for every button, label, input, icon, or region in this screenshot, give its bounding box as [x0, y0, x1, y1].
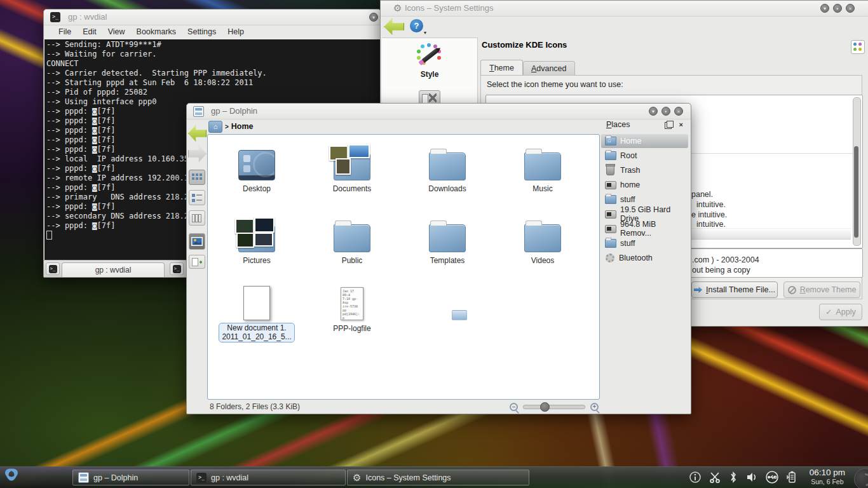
file-item-music[interactable]: Music — [501, 140, 584, 193]
gear-icon: ⚙ — [393, 3, 402, 14]
file-item-videos[interactable]: Videos — [501, 212, 584, 265]
menu-item[interactable]: Edit — [77, 27, 102, 37]
minimize-button[interactable]: ▾ — [369, 13, 378, 22]
places-item-stuff[interactable]: stuff — [601, 193, 688, 207]
tab-advanced[interactable]: Advanced — [523, 61, 575, 76]
apply-button[interactable]: ✓ Apply — [819, 304, 862, 320]
breadcrumb-home[interactable]: Home — [231, 122, 254, 131]
syssettings-titlebar[interactable]: ⚙ Icons – System Settings ▾ ▪ × — [381, 1, 868, 17]
battery-icon[interactable] — [786, 470, 797, 484]
zoom-out-icon[interactable]: – — [510, 403, 518, 411]
menu-item[interactable]: File — [53, 27, 77, 37]
menu-item[interactable]: Settings — [182, 27, 222, 37]
style-icon — [417, 43, 442, 67]
blank-file-icon — [243, 286, 270, 320]
check-icon: ✓ — [825, 308, 832, 316]
task-button-dolphin[interactable]: gp – Dolphin — [72, 470, 189, 485]
scrollbar-thumb[interactable] — [854, 146, 858, 238]
close-panel-icon[interactable]: × — [679, 121, 683, 128]
places-item-label: Trash — [620, 166, 641, 175]
konsole-titlebar[interactable]: >_ gp : wvdial ▾ ▪ × — [44, 10, 381, 25]
maximize-button[interactable]: ▪ — [661, 107, 670, 116]
file-item-documents[interactable]: Documents — [311, 140, 393, 193]
remove-theme-button[interactable]: Remove Theme — [783, 281, 860, 298]
install-theme-file-label: Install Theme File... — [706, 285, 775, 294]
clock-date: Sun, 6 Feb — [810, 477, 845, 486]
file-item-pictures[interactable]: Pictures — [215, 212, 298, 265]
file-item-ppp-logfile[interactable]: Jan 17 09:4 7:18 gp-Asp ire-5738 pp pd[1… — [311, 278, 393, 333]
chevron-down-icon[interactable]: ▾ — [424, 30, 426, 36]
file-item-templates[interactable]: Templates — [406, 212, 489, 265]
places-item-bluetooth[interactable]: Bluetooth — [601, 251, 688, 265]
volume-icon[interactable] — [745, 471, 758, 484]
places-item-home[interactable]: ⌂ Home — [601, 134, 688, 148]
usb-device-icon[interactable] — [765, 470, 779, 484]
menu-item[interactable]: View — [102, 27, 131, 37]
home-folder-icon[interactable]: ⌂ — [208, 121, 222, 133]
panel-toolbox-cashew-icon[interactable] — [854, 468, 868, 488]
dolphin-app-icon — [193, 106, 204, 117]
columns-view-button[interactable] — [189, 210, 205, 226]
breadcrumb: ⌂ > Home — [208, 120, 254, 133]
dolphin-titlebar[interactable]: gp – Dolphin ▾ ▪ × — [187, 104, 691, 119]
maximize-button[interactable]: ▪ — [833, 4, 842, 13]
theme-list-text-fragment: intuitive. — [696, 200, 726, 209]
places-item-hard-drive[interactable]: 19.5 GiB Hard Drive — [601, 207, 688, 221]
forward-button[interactable] — [188, 146, 207, 162]
app-launcher-icon[interactable] — [2, 468, 21, 487]
terminal-icon: >_ — [50, 12, 60, 22]
new-tab-button[interactable]: >_ — [46, 262, 60, 275]
theme-list-scrollbar[interactable] — [853, 97, 861, 246]
terminal-line: --> Pid of pppd: 25082 — [46, 88, 380, 97]
file-item-downloads[interactable]: Downloads — [406, 140, 489, 193]
klipper-scissors-icon[interactable] — [709, 471, 721, 484]
places-item-label: stuff — [620, 239, 635, 248]
icons-view-button[interactable] — [189, 170, 205, 185]
dolphin-window-buttons: ▾ ▪ × — [649, 107, 683, 116]
minimize-button[interactable]: ▾ — [820, 4, 829, 13]
terminal-line: --> Starting pppd at Sun Feb 6 18:08:22 … — [46, 78, 380, 88]
close-button[interactable]: × — [674, 107, 683, 116]
split-view-button[interactable] — [189, 255, 205, 269]
close-button[interactable]: × — [846, 4, 855, 13]
places-item-stuff-2[interactable]: stuff — [601, 236, 688, 250]
preview-button[interactable] — [189, 233, 205, 250]
places-item-removable[interactable]: 964.8 MiB Remov... — [601, 222, 688, 236]
task-button-wvdial[interactable]: >_ gp : wvdial — [191, 470, 346, 485]
places-item-label: Home — [620, 137, 641, 146]
zoom-slider[interactable] — [523, 405, 585, 409]
back-button[interactable] — [384, 18, 404, 35]
icon-sizes-icon[interactable] — [851, 40, 865, 54]
details-view-button[interactable] — [189, 190, 205, 205]
back-button[interactable] — [188, 125, 207, 142]
places-item-trash[interactable]: Trash — [601, 163, 688, 177]
bluetooth-icon[interactable] — [728, 471, 738, 484]
places-title: Places — [606, 120, 630, 129]
file-item-public[interactable]: Public — [311, 212, 393, 265]
places-item-root[interactable]: Root — [601, 149, 688, 163]
help-button[interactable]: ? — [410, 19, 423, 32]
menu-item[interactable]: Help — [222, 27, 250, 37]
places-item-home-partition[interactable]: home — [601, 178, 688, 192]
terminal-line: --> Waiting for carrier. — [46, 50, 380, 59]
task-button-system-settings[interactable]: ⚙ Icons – System Settings — [347, 470, 529, 485]
sidebar-item-style[interactable]: Style — [382, 38, 477, 79]
folder-view[interactable]: Desktop Documents Downloads Music — [207, 134, 600, 400]
menu-item[interactable]: Bookmarks — [131, 27, 182, 37]
tab-gp-wvdial[interactable]: gp : wvdial — [62, 262, 165, 277]
taskbar-panel: gp – Dolphin >_ gp : wvdial ⚙ Icons – Sy… — [0, 466, 868, 488]
digital-clock[interactable]: 06:10 pm Sun, 6 Feb — [810, 468, 845, 486]
file-item-desktop[interactable]: Desktop — [215, 140, 298, 193]
tab-list-button[interactable]: >_ — [170, 262, 184, 275]
tab-theme[interactable]: Theme — [480, 60, 523, 76]
zoom-slider-handle[interactable] — [540, 402, 550, 412]
minimize-button[interactable]: ▾ — [649, 107, 658, 116]
notifications-info-icon[interactable] — [689, 471, 702, 484]
chevron-right-icon: > — [225, 123, 229, 130]
detach-panel-icon[interactable] — [665, 122, 672, 129]
konsole-title: gp : wvdial — [68, 12, 107, 22]
folder-icon — [524, 224, 561, 252]
zoom-in-icon[interactable]: + — [590, 403, 599, 411]
file-item-new-document[interactable]: New document 1.2011_01_20_16_5... — [215, 278, 298, 342]
install-theme-file-button[interactable]: Install Theme File... — [691, 281, 778, 298]
